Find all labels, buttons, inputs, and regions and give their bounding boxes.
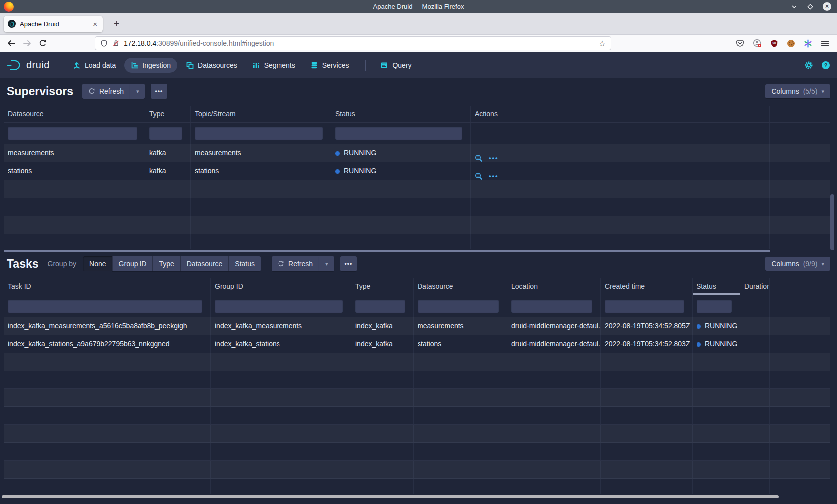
supervisors-refresh-caret-button[interactable]: ▾ xyxy=(130,84,145,99)
druid-logo-icon xyxy=(7,59,22,72)
reload-button[interactable] xyxy=(39,39,47,47)
supervisors-more-button[interactable]: ••• xyxy=(151,84,168,99)
group-by-status-button[interactable]: Status xyxy=(228,256,261,271)
col-header-type[interactable]: Type xyxy=(145,106,191,122)
ingestion-icon xyxy=(131,61,139,69)
back-button[interactable] xyxy=(7,39,16,47)
group-by-datasource-button[interactable]: Datasource xyxy=(180,256,229,271)
new-tab-button[interactable]: + xyxy=(110,17,123,30)
account-icon[interactable] xyxy=(753,39,762,48)
tasks-horizontal-scrollbar[interactable] xyxy=(2,495,779,498)
tasks-columns-button[interactable]: Columns (9/9) ▾ xyxy=(765,257,830,271)
inspect-magnifier-icon[interactable] xyxy=(475,154,483,162)
supervisors-vertical-scrollbar[interactable] xyxy=(830,194,834,250)
tasks-table: Task ID Group ID Type Datasource Locatio… xyxy=(4,278,830,494)
col-header-status[interactable]: Status xyxy=(331,106,471,122)
filter-status-input[interactable] xyxy=(335,127,462,140)
nav-item-load-data[interactable]: Load data xyxy=(66,58,122,73)
col-header-group-id[interactable]: Group ID xyxy=(211,278,351,295)
cell-datasource: measurements xyxy=(414,317,507,335)
bookmark-star-icon[interactable]: ☆ xyxy=(599,39,606,48)
forward-button[interactable] xyxy=(23,39,32,47)
window-close-button[interactable]: × xyxy=(823,2,831,11)
supervisors-horizontal-scrollbar[interactable] xyxy=(4,250,770,252)
filter-type-input[interactable] xyxy=(355,300,405,313)
columns-label: Columns xyxy=(771,260,799,268)
nav-item-datasources[interactable]: Datasources xyxy=(179,58,244,73)
nav-label: Ingestion xyxy=(142,61,171,69)
filter-created-time-input[interactable] xyxy=(605,300,684,313)
filter-datasource-input[interactable] xyxy=(8,127,137,140)
cookie-icon[interactable] xyxy=(787,39,795,48)
tracking-shield-icon[interactable] xyxy=(100,39,108,47)
chevron-down-icon: ▾ xyxy=(821,88,824,95)
col-header-datasource[interactable]: Datasource xyxy=(414,278,507,295)
row-more-actions-icon[interactable]: ••• xyxy=(489,167,499,180)
nav-item-services[interactable]: Services xyxy=(304,58,356,73)
window-maximize-button[interactable] xyxy=(807,3,814,10)
col-header-type[interactable]: Type xyxy=(351,278,414,295)
refresh-label: Refresh xyxy=(288,260,313,268)
filter-type-input[interactable] xyxy=(149,127,182,140)
cell-duration xyxy=(740,317,770,335)
extension-asterisk-icon[interactable] xyxy=(804,39,812,48)
settings-gear-icon[interactable] xyxy=(804,61,813,70)
nav-item-ingestion[interactable]: Ingestion xyxy=(124,58,177,73)
nav-label: Services xyxy=(322,61,349,69)
row-more-actions-icon[interactable]: ••• xyxy=(489,149,499,162)
filter-datasource-input[interactable] xyxy=(418,300,499,313)
col-header-actions[interactable]: Actions xyxy=(471,106,770,122)
ublock-origin-icon[interactable]: UO xyxy=(770,39,778,48)
menu-hamburger-icon[interactable] xyxy=(821,40,829,47)
status-text: RUNNING xyxy=(705,322,737,330)
supervisor-row[interactable]: stations kafka stations RUNNING ••• xyxy=(4,162,830,180)
col-header-created-time[interactable]: Created time xyxy=(601,278,693,295)
col-header-duration[interactable]: Duration xyxy=(740,278,770,295)
col-header-topic-stream[interactable]: Topic/Stream xyxy=(191,106,331,122)
empty-row xyxy=(4,389,830,407)
filter-topic-input[interactable] xyxy=(195,127,323,140)
filter-status-input[interactable] xyxy=(697,300,732,313)
inspect-magnifier-icon[interactable] xyxy=(475,172,483,180)
nav-item-segments[interactable]: Segments xyxy=(246,58,302,73)
filter-task-id-input[interactable] xyxy=(8,300,202,313)
tasks-refresh-caret-button[interactable]: ▾ xyxy=(319,256,334,271)
group-by-none-button[interactable]: None xyxy=(83,256,112,271)
group-by-type-button[interactable]: Type xyxy=(152,256,180,271)
task-row[interactable]: index_kafka_measurements_a5616c5ba8afb8b… xyxy=(4,317,830,335)
cell-type: index_kafka xyxy=(351,335,414,353)
pocket-icon[interactable] xyxy=(736,39,744,48)
filter-group-id-input[interactable] xyxy=(215,300,343,313)
nav-label: Datasources xyxy=(198,61,237,69)
window-minimize-button[interactable] xyxy=(791,3,798,10)
supervisors-refresh-button[interactable]: Refresh xyxy=(82,84,130,99)
nav-item-query[interactable]: Query xyxy=(374,58,418,73)
cell-duration xyxy=(740,335,770,353)
empty-row xyxy=(4,407,830,425)
help-icon[interactable]: ? xyxy=(821,61,830,70)
group-by-group-id-button[interactable]: Group ID xyxy=(112,256,153,271)
col-header-location[interactable]: Location xyxy=(507,278,601,295)
tasks-more-button[interactable]: ••• xyxy=(340,256,357,271)
group-by-label: Group by xyxy=(48,260,77,268)
supervisor-row[interactable]: measurements kafka measurements RUNNING … xyxy=(4,144,830,162)
url-text[interactable]: 172.18.0.4:30899/unified-console.html#in… xyxy=(124,39,599,47)
supervisors-columns-button[interactable]: Columns (5/5) ▾ xyxy=(765,84,830,98)
empty-row xyxy=(4,198,830,216)
col-header-status-sorted[interactable]: Status xyxy=(693,278,740,295)
tasks-refresh-button[interactable]: Refresh xyxy=(272,256,319,271)
cell-created-time: 2022-08-19T05:34:52.803Z xyxy=(601,335,693,353)
druid-brand[interactable]: druid xyxy=(7,59,50,72)
tab-apache-druid[interactable]: Apache Druid × xyxy=(4,16,103,32)
tasks-title: Tasks xyxy=(7,257,39,271)
task-row[interactable]: index_kafka_stations_a9a679b22795b63_nnk… xyxy=(4,335,830,353)
cell-datasource: stations xyxy=(414,335,507,353)
col-header-task-id[interactable]: Task ID xyxy=(4,278,211,295)
col-header-datasource[interactable]: Datasource xyxy=(4,106,145,122)
tab-close-icon[interactable]: × xyxy=(91,20,99,28)
url-bar[interactable]: 172.18.0.4:30899/unified-console.html#in… xyxy=(95,36,611,50)
cell-status: RUNNING xyxy=(693,317,740,335)
insecure-lock-icon[interactable] xyxy=(112,39,120,47)
filter-location-input[interactable] xyxy=(511,300,592,313)
supervisors-table: Datasource Type Topic/Stream Status Acti… xyxy=(4,106,830,249)
